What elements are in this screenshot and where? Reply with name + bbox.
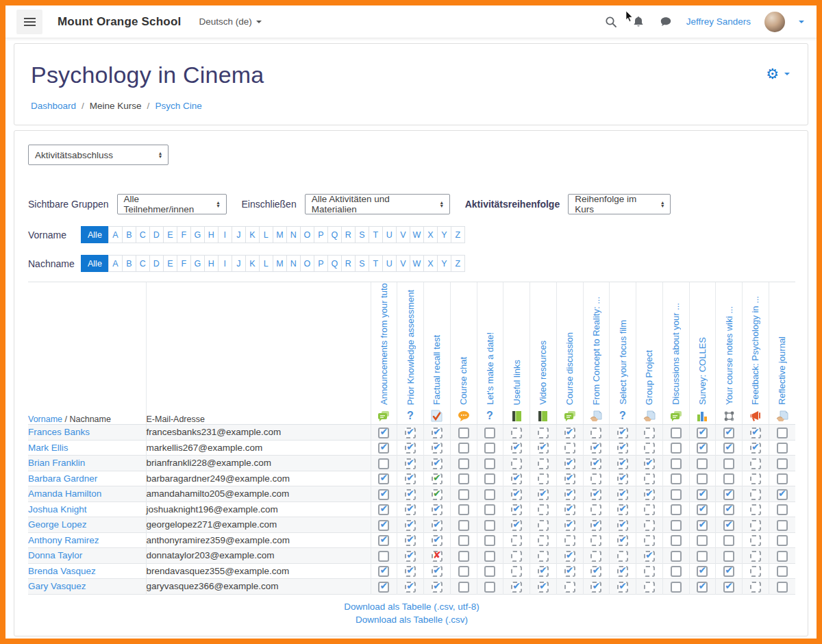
letter-chip[interactable]: F bbox=[177, 226, 191, 243]
letter-chip[interactable]: X bbox=[423, 255, 438, 272]
completion-checkbox-empty[interactable] bbox=[671, 458, 682, 469]
include-select[interactable]: Alle Aktivitäten und Materialien ▴▾ bbox=[305, 194, 450, 214]
completion-checkbox-empty[interactable] bbox=[644, 473, 655, 484]
letter-chip-all[interactable]: Alle bbox=[81, 226, 109, 243]
completion-checkbox-empty[interactable] bbox=[723, 473, 734, 484]
completion-checkbox-empty[interactable] bbox=[590, 551, 601, 562]
completion-checkbox-empty[interactable] bbox=[538, 535, 549, 546]
completion-checkbox-empty[interactable] bbox=[644, 535, 655, 546]
student-name-link[interactable]: Mark Ellis bbox=[28, 443, 68, 453]
completion-checkbox-checked[interactable]: ✔ bbox=[511, 520, 522, 531]
letter-chip[interactable]: I bbox=[218, 226, 232, 243]
completion-checkbox-checked[interactable]: ✔ bbox=[590, 582, 601, 593]
letter-chip[interactable]: V bbox=[396, 255, 410, 272]
letter-chip[interactable]: Y bbox=[437, 226, 451, 243]
completion-checkbox-empty[interactable] bbox=[750, 458, 761, 469]
completion-checkbox-empty[interactable] bbox=[511, 551, 522, 562]
completion-checkbox-empty[interactable] bbox=[458, 504, 469, 515]
completion-checkbox-empty[interactable] bbox=[777, 504, 788, 515]
completion-checkbox-checked[interactable]: ✔ bbox=[405, 582, 416, 593]
completion-checkbox-checked[interactable]: ✔ bbox=[723, 566, 734, 577]
letter-chip[interactable]: C bbox=[136, 255, 150, 272]
completion-checkbox-checked[interactable]: ✔ bbox=[723, 520, 734, 531]
completion-checkbox-checked[interactable]: ✔ bbox=[432, 582, 443, 593]
letter-chip[interactable]: O bbox=[300, 226, 314, 243]
letter-chip[interactable]: S bbox=[355, 226, 369, 243]
letter-chip[interactable]: Z bbox=[451, 226, 465, 243]
completion-checkbox-checked[interactable]: ✔ bbox=[405, 520, 416, 531]
completion-checkbox-checked[interactable]: ✔ bbox=[511, 473, 522, 484]
activity-link[interactable]: Course discussion bbox=[564, 332, 575, 405]
completion-checkbox-checked[interactable]: ✔ bbox=[777, 489, 788, 500]
letter-chip[interactable]: P bbox=[314, 255, 328, 272]
letter-chip[interactable]: A bbox=[108, 255, 123, 272]
letter-chip[interactable]: W bbox=[410, 255, 424, 272]
letter-chip[interactable]: K bbox=[245, 226, 260, 243]
completion-checkbox-empty[interactable] bbox=[484, 489, 495, 500]
completion-checkbox-checked[interactable]: ✔ bbox=[432, 473, 443, 484]
completion-checkbox-checked[interactable]: ✔ bbox=[432, 566, 443, 577]
completion-checkbox-checked[interactable]: ✔ bbox=[590, 520, 601, 531]
completion-checkbox-empty[interactable] bbox=[458, 582, 469, 593]
letter-chip[interactable]: P bbox=[314, 226, 328, 243]
completion-checkbox-checked[interactable]: ✔ bbox=[697, 443, 708, 454]
completion-checkbox-checked[interactable]: ✔ bbox=[432, 504, 443, 515]
completion-checkbox-checked[interactable]: ✔ bbox=[617, 489, 628, 500]
letter-chip[interactable]: Z bbox=[451, 255, 465, 272]
letter-chip[interactable]: V bbox=[396, 226, 410, 243]
completion-checkbox-empty[interactable] bbox=[671, 428, 682, 438]
completion-checkbox-empty[interactable] bbox=[378, 551, 389, 562]
completion-checkbox-checked[interactable]: ✔ bbox=[405, 473, 416, 484]
completion-checkbox-empty[interactable] bbox=[538, 458, 549, 469]
letter-chip[interactable]: B bbox=[122, 255, 136, 272]
letter-chip[interactable]: C bbox=[136, 226, 150, 243]
completion-checkbox-checked[interactable]: ✔ bbox=[723, 443, 734, 454]
completion-checkbox-empty[interactable] bbox=[484, 535, 495, 546]
completion-checkbox-empty[interactable] bbox=[777, 551, 788, 562]
download-csv-link[interactable]: Download als Tabelle (.csv) bbox=[28, 613, 795, 626]
completion-checkbox-empty[interactable] bbox=[750, 520, 761, 531]
completion-checkbox-checked[interactable]: ✔ bbox=[511, 443, 522, 454]
completion-checkbox-empty[interactable] bbox=[590, 428, 601, 438]
completion-checkbox-empty[interactable] bbox=[750, 551, 761, 562]
completion-checkbox-empty[interactable] bbox=[564, 582, 575, 593]
completion-checkbox-checked[interactable]: ✔ bbox=[750, 443, 761, 454]
letter-chip[interactable]: S bbox=[355, 255, 369, 272]
search-icon[interactable] bbox=[604, 15, 618, 29]
completion-checkbox-checked[interactable]: ✔ bbox=[405, 551, 416, 562]
visible-groups-select[interactable]: Alle Teilnehmer/innen ▴▾ bbox=[117, 194, 227, 214]
completion-checkbox-empty[interactable] bbox=[777, 566, 788, 577]
completion-checkbox-checked[interactable]: ✔ bbox=[564, 458, 575, 469]
completion-checkbox-empty[interactable] bbox=[671, 504, 682, 515]
completion-checkbox-empty[interactable] bbox=[644, 443, 655, 454]
letter-chip[interactable]: W bbox=[410, 226, 424, 243]
completion-checkbox-empty[interactable] bbox=[458, 428, 469, 438]
activity-link[interactable]: Discussions about your ... bbox=[671, 303, 681, 405]
completion-checkbox-empty[interactable] bbox=[750, 489, 761, 500]
student-name-link[interactable]: Anthony Ramirez bbox=[28, 535, 99, 545]
completion-checkbox-empty[interactable] bbox=[644, 520, 655, 531]
completion-checkbox-checked[interactable]: ✔ bbox=[405, 504, 416, 515]
completion-checkbox-empty[interactable] bbox=[723, 551, 734, 562]
completion-checkbox-checked[interactable]: ✔ bbox=[564, 566, 575, 577]
completion-checkbox-checked[interactable]: ✔ bbox=[405, 566, 416, 577]
activity-link[interactable]: Factual recall test bbox=[432, 335, 442, 405]
letter-chip[interactable]: O bbox=[300, 255, 314, 272]
user-menu-chevron-icon[interactable] bbox=[799, 21, 804, 23]
completion-checkbox-checked[interactable]: ✔ bbox=[378, 582, 389, 593]
letter-chip[interactable]: Q bbox=[327, 255, 342, 272]
completion-checkbox-checked[interactable]: ✔ bbox=[538, 489, 549, 500]
completion-checkbox-empty[interactable] bbox=[511, 535, 522, 546]
letter-chip[interactable]: H bbox=[204, 226, 219, 243]
completion-checkbox-checked[interactable]: ✔ bbox=[590, 566, 601, 577]
completion-checkbox-checked[interactable]: ✔ bbox=[723, 428, 734, 438]
activity-link[interactable]: Reflective journal bbox=[777, 336, 787, 405]
completion-checkbox-checked[interactable]: ✔ bbox=[432, 489, 443, 500]
sort-by-firstname-link[interactable]: Vorname bbox=[28, 414, 62, 424]
student-name-link[interactable]: Amanda Hamilton bbox=[28, 488, 101, 499]
activity-link[interactable]: From Concept to Reality: ... bbox=[591, 297, 601, 405]
activity-link[interactable]: Your course notes wiki ... bbox=[724, 306, 734, 405]
completion-checkbox-empty[interactable] bbox=[511, 566, 522, 577]
completion-checkbox-checked[interactable]: ✔ bbox=[405, 535, 416, 546]
completion-checkbox-empty[interactable] bbox=[750, 566, 761, 577]
